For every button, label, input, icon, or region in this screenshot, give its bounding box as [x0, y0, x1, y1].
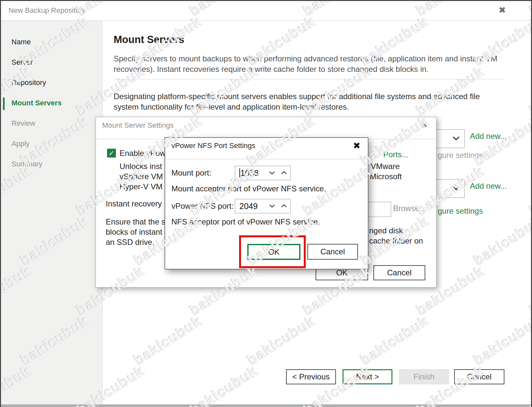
- nfs-port-input[interactable]: 2049: [235, 199, 291, 213]
- finish-button-disabled: Finish: [399, 369, 449, 384]
- mount-port-description: Mount acceptor port of vPower NFS servic…: [171, 184, 326, 193]
- vpower-nfs-port-settings-dialog: vPower NFS Port Settings ✖ Mount port: 1…: [165, 137, 368, 269]
- nfs-port-label: vPower NFS port:: [171, 202, 233, 211]
- ensure-text-line3: an SSD drive.: [106, 238, 154, 247]
- page-description-text: Designating platform-specific mount serv…: [114, 91, 506, 112]
- spinner-up-icon[interactable]: [281, 203, 287, 209]
- previous-button[interactable]: < Previous: [286, 369, 336, 384]
- nfs-port-description: NFS acceptor port of vPower NFS service.: [171, 217, 320, 226]
- vmware-label: VMware: [371, 162, 400, 171]
- window-bottom-edge: [1, 404, 531, 407]
- unlocks-text-fragment: Unlocks inst: [120, 162, 162, 171]
- window-close-icon[interactable]: ✖: [499, 5, 506, 15]
- mount-port-label: Mount port:: [171, 168, 211, 178]
- page-title: Mount Servers: [114, 34, 184, 46]
- sidebar-item-summary[interactable]: Summary: [11, 160, 42, 168]
- mount-settings-cancel-button[interactable]: Cancel: [373, 265, 425, 280]
- sidebar-item-mount-servers[interactable]: Mount Servers: [11, 99, 62, 107]
- instant-recovery-label-fragment: Instant recovery: [106, 199, 162, 208]
- sidebar-item-repository[interactable]: Repository: [11, 78, 46, 87]
- ports-link[interactable]: Ports...: [383, 150, 408, 159]
- nfs-port-ok-button[interactable]: OK: [247, 244, 300, 260]
- sidebar-item-apply[interactable]: Apply: [11, 139, 30, 148]
- dialog-title: vPower NFS Port Settings: [171, 141, 255, 150]
- browse-button[interactable]: Browse...: [393, 204, 426, 213]
- enable-vpower-nfs-checkbox[interactable]: ✓: [107, 149, 116, 158]
- wizard-cancel-button[interactable]: Cancel: [454, 369, 504, 384]
- wizard-steps-sidebar: Name Server Repository Mount Servers Rev…: [1, 21, 103, 404]
- chevron-down-icon: [453, 186, 460, 192]
- dialog-title-separator: [165, 159, 368, 159]
- active-step-indicator: [3, 97, 5, 110]
- spinner-down-icon[interactable]: [269, 170, 275, 176]
- vsphere-text-fragment: vSphere VM: [120, 172, 163, 181]
- new-backup-repository-window: New Backup Repository ✖ Name Server Repo…: [0, 0, 532, 407]
- chevron-down-icon: [453, 136, 460, 142]
- dialog-close-icon[interactable]: ✖: [421, 120, 428, 130]
- mount-port-input[interactable]: 1058: [235, 166, 291, 180]
- nfs-port-value: 2049: [239, 202, 258, 211]
- spinner-down-icon[interactable]: [269, 203, 275, 209]
- next-button[interactable]: Next >: [343, 369, 392, 384]
- ensure-text-line1: Ensure that the s: [106, 217, 165, 226]
- sidebar-item-server[interactable]: Server: [11, 58, 33, 67]
- add-new-link-vm-folder[interactable]: Add new...: [470, 182, 507, 191]
- ensure-text-line2: blocks of instant: [106, 227, 162, 237]
- window-titlebar: New Backup Repository ✖: [1, 1, 531, 21]
- cache-folder-text-fragment: cache folder on: [369, 236, 423, 246]
- nfs-port-cancel-button[interactable]: Cancel: [307, 244, 358, 260]
- section-divider: [114, 79, 505, 79]
- mount-port-value: 1058: [240, 168, 259, 178]
- hyperv-text-fragment: Hyper-V VM: [120, 182, 163, 191]
- sidebar-item-review[interactable]: Review: [11, 119, 35, 128]
- microsoft-label: Microsoft: [370, 172, 402, 181]
- page-intro-text: Specify servers to mount backups to when…: [114, 54, 506, 75]
- configure-settings-link-fragment[interactable]: gure settings: [438, 206, 483, 216]
- add-new-link-mount-server[interactable]: Add new...: [470, 132, 507, 141]
- enable-vpower-label-fragment: Enable vPow: [120, 149, 166, 158]
- dialog-title: Mount Server Settings: [102, 121, 174, 130]
- window-title: New Backup Repository: [9, 6, 86, 15]
- sidebar-item-name[interactable]: Name: [11, 38, 31, 46]
- dialog-close-icon[interactable]: ✖: [353, 140, 361, 151]
- text-cursor: [239, 168, 240, 178]
- changed-disk-text-fragment: nged disk: [369, 226, 403, 235]
- configure-settings-fragment: gure settings: [438, 151, 483, 160]
- spinner-up-icon[interactable]: [281, 170, 287, 176]
